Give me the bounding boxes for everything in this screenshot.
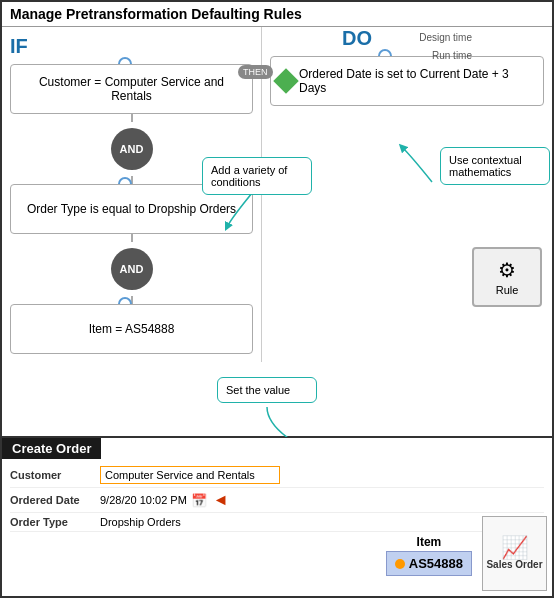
callout-value: Set the value bbox=[217, 377, 317, 403]
create-order-title: Create Order bbox=[12, 441, 91, 456]
and-node-2: AND bbox=[111, 248, 153, 290]
action-box-1[interactable]: Ordered Date is set to Current Date + 3 … bbox=[270, 56, 544, 106]
create-order-header: Create Order bbox=[2, 438, 101, 459]
customer-label: Customer bbox=[10, 469, 100, 481]
condition-box-3[interactable]: Item = AS54888 bbox=[10, 304, 253, 354]
do-panel: THEN DO Ordered Date is set to Current D… bbox=[262, 27, 552, 437]
page-title: Manage Pretransformation Defaulting Rule… bbox=[10, 6, 302, 22]
green-diamond-icon bbox=[273, 68, 298, 93]
sales-order-box[interactable]: 📈 Sales Order bbox=[482, 516, 547, 591]
form-row-ordered-date: Ordered Date 9/28/20 10:02 PM 📅 ◄ bbox=[10, 488, 544, 513]
form-row-order-type: Order Type Dropship Orders bbox=[10, 513, 544, 532]
callout-contextual: Use contextual mathematics bbox=[440, 147, 550, 185]
customer-input[interactable] bbox=[100, 466, 280, 484]
item-box: Item AS54888 bbox=[386, 535, 472, 576]
sales-order-label: Sales Order bbox=[486, 559, 542, 570]
arrow-indicator: ◄ bbox=[213, 491, 229, 509]
and-node-1: AND bbox=[111, 128, 153, 170]
ordered-date-label: Ordered Date bbox=[10, 494, 100, 506]
rule-box[interactable]: ⚙ Rule bbox=[472, 247, 542, 307]
page-wrapper: Manage Pretransformation Defaulting Rule… bbox=[0, 0, 554, 598]
item-label: Item bbox=[386, 535, 472, 549]
design-time-label: Design time bbox=[419, 29, 472, 47]
customer-value bbox=[100, 466, 544, 484]
if-label: IF bbox=[10, 35, 253, 58]
form-row-customer: Customer bbox=[10, 463, 544, 488]
item-value: AS54888 bbox=[386, 551, 472, 576]
then-badge: THEN bbox=[238, 65, 273, 79]
item-dot-icon bbox=[395, 559, 405, 569]
order-type-value: Dropship Orders bbox=[100, 516, 544, 528]
create-order-form: Customer Ordered Date 9/28/20 10:02 PM 📅… bbox=[2, 459, 552, 536]
order-type-label: Order Type bbox=[10, 516, 100, 528]
calendar-icon[interactable]: 📅 bbox=[191, 493, 207, 508]
design-run-labels: Design time Run time bbox=[419, 29, 472, 65]
title-bar: Manage Pretransformation Defaulting Rule… bbox=[2, 2, 552, 27]
callout-variety: Add a variety of conditions bbox=[202, 157, 312, 195]
bottom-section: Create Order Customer Ordered Date 9/28/… bbox=[2, 436, 552, 596]
sales-order-icon: 📈 bbox=[501, 537, 528, 559]
run-time-label: Run time bbox=[419, 47, 472, 65]
condition-box-1[interactable]: Customer = Computer Service and Rentals bbox=[10, 64, 253, 114]
rule-icon: ⚙ bbox=[498, 258, 516, 282]
ordered-date-value: 9/28/20 10:02 PM 📅 ◄ bbox=[100, 491, 544, 509]
